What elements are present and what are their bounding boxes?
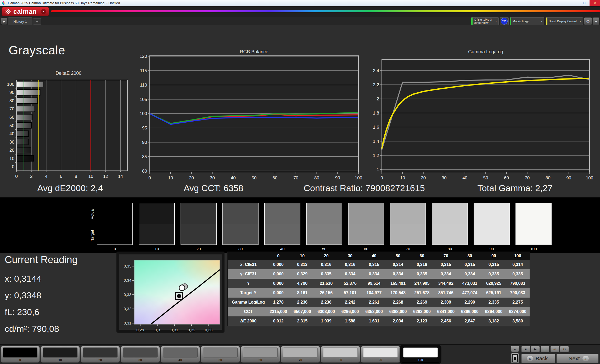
tab-history-1[interactable]: History 1 <box>8 17 32 25</box>
table-col-header: 70 <box>434 252 458 260</box>
sidebar-expander-button[interactable]: ▶ <box>1 18 7 25</box>
svg-text:0: 0 <box>15 174 18 179</box>
table-cell: 0,000 <box>266 288 290 298</box>
patch-button-70[interactable]: 70 <box>281 346 320 363</box>
popout-up-button[interactable]: ▲ <box>511 346 519 352</box>
patch-button-50[interactable]: 50 <box>201 346 240 363</box>
svg-text:6: 6 <box>60 174 62 179</box>
table-row-label: Y <box>228 279 266 288</box>
swatch-label: 40 <box>264 247 300 251</box>
measurement-table: 0102030405060708090100x: CIE310,0000,313… <box>227 252 530 326</box>
svg-text:2,2: 2,2 <box>373 82 379 87</box>
table-cell: 477,074 <box>458 288 482 298</box>
table-cell: 251,678 <box>410 288 434 298</box>
table-cell: 2,456 <box>434 316 458 326</box>
svg-text:0,31: 0,31 <box>124 321 131 325</box>
window-size-icon <box>512 354 518 362</box>
svg-text:0: 0 <box>380 175 383 180</box>
svg-text:115: 115 <box>140 68 147 73</box>
table-cell: 2,847 <box>458 316 482 326</box>
current-reading-marker <box>179 285 185 291</box>
patch-button-0[interactable]: 0 <box>1 346 40 363</box>
window-size-button[interactable] <box>511 353 519 363</box>
patch-button-10[interactable]: 10 <box>41 346 80 363</box>
grayscale-swatch-0 <box>97 203 133 245</box>
table-cell: 0,316 <box>410 260 434 269</box>
patch-button-20[interactable]: 20 <box>81 346 120 363</box>
calman-logo-text: calman <box>13 8 37 15</box>
grayscale-swatch-100 <box>515 203 552 245</box>
continuous-measure-button[interactable]: ∞ <box>550 346 559 352</box>
table-cell: 1,631 <box>362 316 386 326</box>
tab-bar: ▶ History 1 + X-Rite i1Pro 3 Direct View… <box>0 17 600 25</box>
table-col-header: 0 <box>266 252 290 260</box>
stop-measure-button[interactable]: ■ <box>521 346 530 352</box>
svg-text:Gamma Log/Log: Gamma Log/Log <box>468 49 503 54</box>
table-cell: 2,275 <box>506 298 530 307</box>
svg-text:100: 100 <box>7 82 14 87</box>
play-measure-button[interactable]: ▶ <box>531 346 540 352</box>
svg-text:10: 10 <box>168 175 173 180</box>
cie-xy-scatter-chart: 0,310,320,330,340,350,290,30,310,320,33 <box>116 252 225 333</box>
stat-contrast-ratio: Contrast Ratio: 790082721615 <box>304 183 425 193</box>
table-cell: 57,101 <box>338 288 362 298</box>
calman-menu-button[interactable]: calman ▼ <box>2 7 49 16</box>
svg-text:20: 20 <box>9 148 14 153</box>
collapse-panel-button[interactable]: ◀ <box>593 17 599 25</box>
table-cell: 620,925 <box>482 279 506 288</box>
table-row-label: ΔE 2000 <box>228 316 266 326</box>
next-button[interactable]: Next » <box>556 354 599 363</box>
back-button[interactable]: « Back <box>521 354 555 363</box>
current-reading-fl: fL: 230,6 <box>5 307 39 317</box>
svg-text:1,2: 1,2 <box>373 153 379 158</box>
back-label: Back <box>534 355 550 362</box>
table-cell: 2,309 <box>434 298 458 307</box>
refresh-button[interactable]: ↻ <box>560 346 569 352</box>
table-cell: 6303,000 <box>314 307 338 316</box>
table-cell: 2,268 <box>386 298 410 307</box>
meter-badge-button[interactable]: 706 <box>500 17 509 25</box>
display-control-name: Direct Display Control <box>549 20 577 23</box>
table-cell: 0,334 <box>362 269 386 279</box>
table-cell: 0,335 <box>410 269 434 279</box>
patch-button-30[interactable]: 30 <box>121 346 160 363</box>
display-control-dropdown[interactable]: Direct Display Control ▼ <box>546 17 583 25</box>
svg-text:DeltaE 2000: DeltaE 2000 <box>55 71 81 76</box>
svg-text:20: 20 <box>421 175 426 180</box>
table-cell: 3,182 <box>482 316 506 326</box>
svg-text:40: 40 <box>231 175 236 180</box>
meter-name: X-Rite i1Pro 3 <box>474 18 492 21</box>
svg-text:100: 100 <box>355 175 362 180</box>
meter-select-dropdown[interactable]: X-Rite i1Pro 3 Direct View ▼ <box>471 17 499 25</box>
table-cell: 2,299 <box>458 298 482 307</box>
grayscale-swatch-50 <box>306 203 342 245</box>
next-arrows-icon: » <box>582 356 589 361</box>
table-cell: 6352,000 <box>362 307 386 316</box>
close-button[interactable]: × <box>590 0 600 6</box>
patch-button-100[interactable]: 100 <box>401 346 440 363</box>
single-measure-button[interactable]: [·] <box>541 346 549 352</box>
patch-button-40[interactable]: 40 <box>161 346 200 363</box>
patch-button-60[interactable]: 60 <box>241 346 280 363</box>
source-select-dropdown[interactable]: Mobile Forge ▼ <box>510 17 544 25</box>
table-col-header: 90 <box>482 252 506 260</box>
svg-text:30: 30 <box>210 175 215 180</box>
table-cell: 0,314 <box>506 260 530 269</box>
patch-button-90[interactable]: 90 <box>361 346 400 363</box>
chevron-down-icon: ▼ <box>539 20 544 22</box>
table-cell: 2315,000 <box>266 307 290 316</box>
svg-text:10: 10 <box>400 175 405 180</box>
svg-text:0,33: 0,33 <box>205 328 212 332</box>
svg-text:10: 10 <box>88 174 93 179</box>
add-tab-button[interactable]: + <box>33 18 41 25</box>
grayscale-swatch-70 <box>390 203 426 245</box>
settings-gear-button[interactable]: ⚙ <box>584 17 592 25</box>
current-reading-y: y: 0,3348 <box>5 290 41 300</box>
table-cell: 2,236 <box>314 298 338 307</box>
svg-text:0,3: 0,3 <box>155 328 160 332</box>
patch-button-80[interactable]: 80 <box>321 346 360 363</box>
table-cell: 21,630 <box>314 279 338 288</box>
maximize-button[interactable]: □ <box>579 0 590 6</box>
table-cell: 0,315 <box>458 260 482 269</box>
minimize-button[interactable]: − <box>569 0 579 6</box>
